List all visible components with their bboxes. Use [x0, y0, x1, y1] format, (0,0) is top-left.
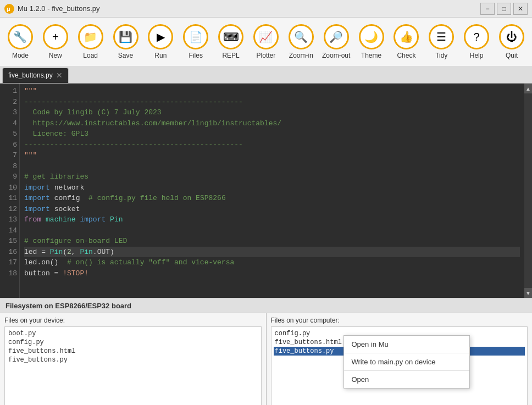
line-number: 16	[4, 247, 17, 258]
line-numbers: 123456789101112131415161718	[0, 84, 20, 298]
line-number: 2	[4, 97, 17, 108]
ctx-open[interactable]: Open	[344, 370, 469, 388]
files-icon: 📄	[183, 24, 208, 49]
check-label: Check	[397, 52, 415, 59]
mu-logo-icon: μ	[4, 4, 14, 14]
code-line: ----------------------------------------…	[24, 140, 520, 151]
toolbar-btn-load[interactable]: 📁 Load	[74, 20, 108, 64]
computer-panel-label: Files on your computer:	[271, 317, 528, 324]
code-line: led = Pin(2, Pin.OUT)	[24, 247, 520, 258]
new-icon: +	[43, 24, 68, 49]
code-line: from machine import Pin	[24, 214, 520, 225]
title-bar: μ Mu 1.2.0 - five_buttons.py − □ ✕	[0, 0, 532, 18]
line-number: 1	[4, 86, 17, 97]
zoom-in-label: Zoom-in	[289, 52, 313, 59]
code-line: # configure on-board LED	[24, 236, 520, 247]
svg-text:μ: μ	[7, 5, 10, 12]
device-file-item[interactable]: five_buttons.py	[7, 356, 259, 364]
code-line: # get libraries	[24, 171, 520, 182]
toolbar: 🔧 Mode + New 📁 Load 💾 Save ▶ Run 📄 Files…	[0, 18, 532, 67]
scrollbar-right[interactable]: ▲ ▼	[524, 84, 532, 298]
close-button[interactable]: ✕	[513, 3, 528, 15]
line-number: 11	[4, 193, 17, 204]
device-file-list[interactable]: boot.pyconfig.pyfive_buttons.htmlfive_bu…	[4, 326, 262, 405]
title-bar-left: μ Mu 1.2.0 - five_buttons.py	[4, 4, 100, 14]
toolbar-btn-files[interactable]: 📄 Files	[179, 20, 213, 64]
filesystem-bar: Filesystem on ESP8266/ESP32 board	[0, 298, 532, 313]
toolbar-btn-help[interactable]: ? Help	[459, 20, 494, 64]
code-line	[24, 161, 520, 172]
tab-close-icon[interactable]: ✕	[56, 71, 63, 80]
save-label: Save	[118, 52, 133, 59]
tidy-icon: ☰	[429, 24, 454, 49]
scroll-track[interactable]	[524, 93, 532, 288]
code-line: ----------------------------------------…	[24, 97, 520, 108]
new-label: New	[49, 52, 62, 59]
code-line: import config # config.py file held on E…	[24, 193, 520, 204]
tab-bar: five_buttons.py ✕	[0, 67, 532, 84]
line-number: 12	[4, 204, 17, 215]
ctx-write-to-main[interactable]: Write to main.py on device	[344, 353, 469, 370]
scroll-down-button[interactable]: ▼	[524, 288, 532, 298]
line-number: 14	[4, 225, 17, 236]
code-editor[interactable]: """-------------------------------------…	[20, 84, 524, 298]
tidy-label: Tidy	[435, 52, 447, 59]
device-file-item[interactable]: five_buttons.html	[7, 347, 259, 356]
tab-five-buttons-py[interactable]: five_buttons.py ✕	[2, 68, 69, 83]
toolbar-btn-plotter[interactable]: 📈 Plotter	[249, 20, 283, 64]
plotter-label: Plotter	[257, 52, 276, 59]
toolbar-btn-zoom-out[interactable]: 🔎 Zoom-out	[319, 20, 353, 64]
tab-label: five_buttons.py	[8, 71, 53, 79]
toolbar-btn-mode[interactable]: 🔧 Mode	[3, 20, 37, 64]
code-line	[24, 225, 520, 236]
code-line: led.on() # on() is actually "off" and vi…	[24, 257, 520, 268]
code-line: Code by lingib (C) 7 July 2023	[24, 107, 520, 118]
mode-label: Mode	[12, 52, 29, 59]
zoom-out-icon: 🔎	[324, 24, 349, 49]
toolbar-btn-save[interactable]: 💾 Save	[109, 20, 143, 64]
code-line: """	[24, 86, 520, 97]
toolbar-btn-quit[interactable]: ⏻ Quit	[495, 20, 529, 64]
toolbar-btn-run[interactable]: ▶ Run	[143, 20, 178, 64]
check-icon: 👍	[394, 24, 419, 49]
quit-icon: ⏻	[499, 24, 524, 49]
line-number: 4	[4, 118, 17, 129]
line-number: 5	[4, 129, 17, 140]
zoom-in-icon: 🔍	[289, 24, 314, 49]
repl-label: REPL	[222, 52, 239, 59]
computer-panel: Files on your computer: config.pyfive_bu…	[267, 313, 533, 405]
code-line: """	[24, 150, 520, 161]
line-number: 18	[4, 268, 17, 279]
device-panel-label: Files on your device:	[4, 317, 262, 324]
load-icon: 📁	[78, 24, 103, 49]
theme-icon: 🌙	[359, 24, 384, 49]
run-icon: ▶	[148, 24, 173, 49]
save-icon: 💾	[113, 24, 138, 49]
code-line: import socket	[24, 204, 520, 215]
line-number: 15	[4, 236, 17, 247]
line-number: 3	[4, 107, 17, 118]
line-number: 17	[4, 257, 17, 268]
files-label: Files	[189, 52, 203, 59]
toolbar-btn-repl[interactable]: ⌨ REPL	[214, 20, 248, 64]
device-panel: Files on your device: boot.pyconfig.pyfi…	[0, 313, 267, 405]
ctx-open-in-mu[interactable]: Open in Mu	[344, 336, 469, 353]
context-menu: Open in Mu Write to main.py on device Op…	[343, 335, 470, 389]
toolbar-btn-check[interactable]: 👍 Check	[389, 20, 423, 64]
code-line: button = !STOP!	[24, 268, 520, 279]
toolbar-btn-tidy[interactable]: ☰ Tidy	[424, 20, 458, 64]
line-number: 13	[4, 214, 17, 225]
toolbar-btn-theme[interactable]: 🌙 Theme	[354, 20, 389, 64]
minimize-button[interactable]: −	[480, 3, 495, 15]
device-file-item[interactable]: config.py	[7, 338, 259, 347]
toolbar-btn-new[interactable]: + New	[38, 20, 73, 64]
quit-label: Quit	[506, 52, 518, 59]
scroll-up-button[interactable]: ▲	[524, 84, 532, 93]
toolbar-btn-zoom-in[interactable]: 🔍 Zoom-in	[284, 20, 318, 64]
line-number: 9	[4, 171, 17, 182]
line-number: 6	[4, 140, 17, 151]
code-line: https://www.instructables.com/member/lin…	[24, 118, 520, 129]
filesystem-panels: Files on your device: boot.pyconfig.pyfi…	[0, 313, 532, 405]
device-file-item[interactable]: boot.py	[7, 329, 259, 338]
maximize-button[interactable]: □	[497, 3, 511, 15]
